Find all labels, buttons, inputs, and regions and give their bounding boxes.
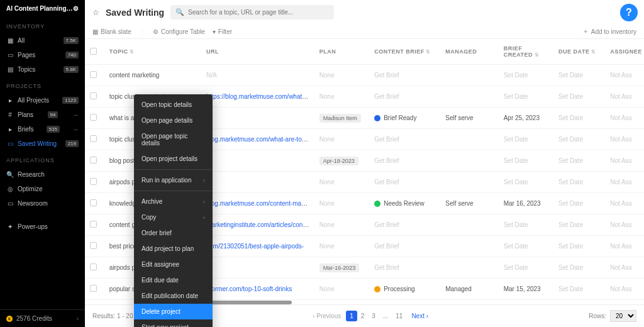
col-created[interactable]: BRIEF CREATED: [499, 39, 553, 65]
due-cell[interactable]: Set Date: [553, 236, 605, 257]
credits-footer[interactable]: c 2576 Credits ›: [0, 309, 85, 327]
sidebar-item-pages[interactable]: ▭Pages740: [0, 48, 85, 62]
url-cell[interactable]: blog.marketmuse.com/what-are-topic-: [201, 129, 314, 150]
assignee-cell[interactable]: Not Ass: [605, 279, 644, 300]
url-cell[interactable]: https://blog.marketmuse.com/what-are-top…: [201, 86, 314, 108]
sidebar-item-saved-writing[interactable]: ▭Saved Writing219: [0, 136, 85, 151]
assignee-cell[interactable]: Not Ass: [605, 257, 644, 279]
configure-table-tool[interactable]: ⚙Configure Table: [153, 28, 205, 35]
menu-edit-assignee[interactable]: Edit assignee: [134, 257, 213, 272]
sidebar-item-research[interactable]: 🔍Research: [0, 167, 85, 182]
brief-cell[interactable]: Needs Review: [369, 193, 440, 214]
assignee-cell[interactable]: Not Ass: [605, 236, 644, 257]
add-inventory-tool[interactable]: ＋Add to inventory: [582, 27, 636, 36]
url-cell[interactable]: com/21302051/best-apple-airpods-: [201, 236, 314, 257]
sidebar-item-all[interactable]: ▦All7.5K: [0, 33, 85, 48]
due-cell[interactable]: Set Date: [553, 193, 605, 214]
due-cell[interactable]: Set Date: [553, 214, 605, 236]
due-cell[interactable]: Set Date: [553, 108, 605, 129]
brief-cell[interactable]: Get Brief: [369, 236, 440, 257]
page-1[interactable]: 1: [346, 311, 357, 321]
brief-cell[interactable]: Brief Ready: [369, 108, 440, 129]
row-checkbox[interactable]: [90, 221, 97, 228]
blank-slate-tool[interactable]: ▦Blank slate: [92, 28, 131, 35]
row-checkbox[interactable]: [90, 263, 97, 270]
url-cell[interactable]: marketinginstitute.com/articles/content-…: [201, 214, 314, 236]
brief-cell[interactable]: Get Brief: [369, 86, 440, 108]
workspace-header[interactable]: AI Content Planning and ... ⚙: [0, 0, 85, 17]
url-cell[interactable]: blog.marketmuse.com/content-maturity-mod…: [201, 193, 314, 214]
brief-cell[interactable]: Get Brief: [369, 129, 440, 150]
menu-open-page-topic-details[interactable]: Open page topic details: [134, 128, 213, 151]
row-checkbox[interactable]: [90, 178, 97, 185]
menu-delete-project[interactable]: Delete project: [134, 304, 213, 319]
menu-open-project-details[interactable]: Open project details: [134, 151, 213, 167]
row-checkbox[interactable]: [90, 71, 97, 78]
rows-select[interactable]: 20: [610, 310, 636, 322]
brief-cell[interactable]: Get Brief: [369, 214, 440, 236]
due-cell[interactable]: Set Date: [553, 150, 605, 172]
due-cell[interactable]: Set Date: [553, 279, 605, 300]
menu-edit-publication-date[interactable]: Edit publication date: [134, 288, 213, 304]
menu-run-in-application[interactable]: Run in application›: [134, 172, 213, 188]
assignee-cell[interactable]: Not Ass: [605, 65, 644, 86]
assignee-cell[interactable]: Not Ass: [605, 129, 644, 150]
sidebar-item-optimize[interactable]: ◎Optimize: [0, 182, 85, 196]
table-row[interactable]: content marketing N/A None Get Brief Set…: [85, 65, 644, 86]
menu-open-page-details[interactable]: Open page details: [134, 113, 213, 128]
due-cell[interactable]: Set Date: [553, 172, 605, 193]
due-cell[interactable]: Set Date: [553, 65, 605, 86]
sidebar-item-power-ups[interactable]: ✦Power-ups: [0, 219, 85, 234]
menu-open-topic-details[interactable]: Open topic details: [134, 97, 213, 113]
row-checkbox[interactable]: [90, 157, 97, 164]
sidebar-item-topics[interactable]: ▤Topics5.8K: [0, 62, 85, 77]
brief-cell[interactable]: Get Brief: [369, 257, 440, 279]
menu-add-project-to-plan[interactable]: Add project to plan: [134, 241, 213, 257]
sidebar-item-newsroom[interactable]: ▭Newsroom: [0, 196, 85, 211]
brief-cell[interactable]: Processing: [369, 279, 440, 300]
search-box[interactable]: 🔍: [170, 5, 334, 19]
col-plan[interactable]: PLAN: [314, 39, 369, 65]
col-due[interactable]: DUE DATE: [553, 39, 605, 65]
due-cell[interactable]: Set Date: [553, 129, 605, 150]
filter-tool[interactable]: ▾Filter: [213, 28, 232, 35]
select-all-checkbox[interactable]: [90, 48, 97, 55]
col-topic[interactable]: TOPIC: [104, 39, 201, 65]
sidebar-item-briefs[interactable]: ▸Briefs535→: [0, 122, 85, 136]
prev-page[interactable]: ‹ Previous: [313, 313, 341, 319]
row-checkbox[interactable]: [90, 92, 97, 99]
row-checkbox[interactable]: [90, 242, 97, 249]
assignee-cell[interactable]: Not Ass: [605, 214, 644, 236]
assignee-cell[interactable]: Not Ass: [605, 193, 644, 214]
col-url[interactable]: URL: [201, 39, 314, 65]
assignee-cell[interactable]: Not Ass: [605, 86, 644, 108]
row-checkbox[interactable]: [90, 114, 97, 121]
row-checkbox[interactable]: [90, 135, 97, 142]
url-cell[interactable]: nformer.com/top-10-soft-drinks: [201, 279, 314, 300]
assignee-cell[interactable]: Not Ass: [605, 150, 644, 172]
due-cell[interactable]: Set Date: [553, 257, 605, 279]
menu-start-new-project[interactable]: Start new project: [134, 319, 213, 327]
next-page[interactable]: Next ›: [411, 313, 428, 319]
brief-cell[interactable]: Get Brief: [369, 65, 440, 86]
page-11[interactable]: 11: [392, 311, 406, 321]
menu-copy[interactable]: Copy›: [134, 209, 213, 225]
menu-edit-due-date[interactable]: Edit due date: [134, 272, 213, 288]
col-assignee[interactable]: ASSIGNEE: [605, 39, 644, 65]
help-button[interactable]: ?: [620, 4, 638, 21]
search-input[interactable]: [188, 9, 329, 16]
page-2[interactable]: 2: [357, 311, 369, 321]
sidebar-item-plans[interactable]: #Plans94→: [0, 108, 85, 122]
sidebar-item-all-projects[interactable]: ▸All Projects1123: [0, 93, 85, 108]
brief-cell[interactable]: Get Brief: [369, 150, 440, 172]
row-checkbox[interactable]: [90, 285, 97, 292]
menu-archive[interactable]: Archive›: [134, 194, 213, 209]
assignee-cell[interactable]: Not Ass: [605, 108, 644, 129]
menu-order-brief[interactable]: Order brief: [134, 225, 213, 241]
gear-icon[interactable]: ⚙: [73, 5, 79, 12]
assignee-cell[interactable]: Not Ass: [605, 172, 644, 193]
brief-cell[interactable]: Get Brief: [369, 172, 440, 193]
col-brief[interactable]: CONTENT BRIEF: [369, 39, 440, 65]
page-3[interactable]: 3: [368, 311, 379, 321]
star-icon[interactable]: ☆: [92, 8, 99, 17]
